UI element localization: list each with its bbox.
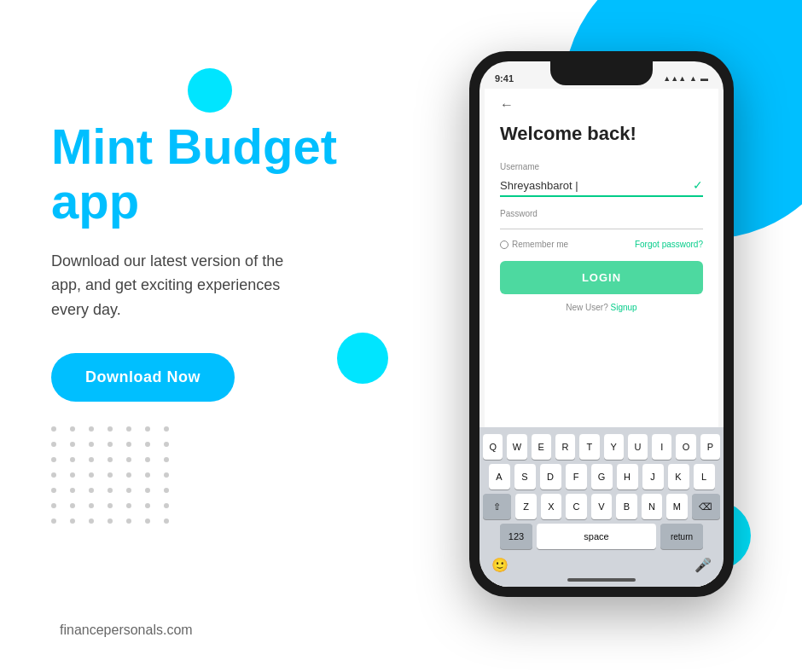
dot xyxy=(145,488,150,493)
keyboard-row-4: 123 space return xyxy=(483,524,720,549)
key-r[interactable]: R xyxy=(555,434,575,460)
download-now-button[interactable]: Download Now xyxy=(51,353,235,402)
dot xyxy=(164,518,169,524)
key-w[interactable]: W xyxy=(507,434,526,460)
forgot-password-link[interactable]: Forgot password? xyxy=(635,240,703,249)
dot xyxy=(51,488,56,493)
key-t[interactable]: T xyxy=(579,434,599,460)
key-e[interactable]: E xyxy=(532,434,551,460)
app-title: Mint Budget app xyxy=(51,119,375,229)
dot-row xyxy=(51,503,169,508)
dot xyxy=(51,503,56,508)
battery-icon: ▬ xyxy=(700,74,708,83)
dot xyxy=(89,442,94,447)
website-url: financepersonals.com xyxy=(60,623,193,638)
dot-row xyxy=(51,426,169,432)
dot xyxy=(108,457,113,462)
password-input[interactable] xyxy=(500,222,703,229)
left-content: Mint Budget app Download our latest vers… xyxy=(51,119,375,402)
dot xyxy=(126,518,131,524)
key-m[interactable]: M xyxy=(666,494,687,519)
key-z[interactable]: Z xyxy=(515,494,536,519)
username-label: Username xyxy=(500,162,703,171)
dot-grid xyxy=(51,426,169,534)
home-indicator xyxy=(567,578,636,582)
key-o[interactable]: O xyxy=(676,434,695,460)
key-n[interactable]: N xyxy=(642,494,662,519)
dot xyxy=(108,488,113,493)
signup-link[interactable]: Signup xyxy=(611,303,637,312)
remember-row: Remember me Forgot password? xyxy=(500,240,703,249)
dot xyxy=(164,426,169,432)
dot xyxy=(164,442,169,447)
check-icon: ✓ xyxy=(693,178,703,192)
emoji-icon[interactable]: 🙂 xyxy=(491,557,509,573)
dot xyxy=(164,472,169,478)
radio-button[interactable] xyxy=(500,240,509,249)
dot xyxy=(108,472,113,478)
phone-mockup: 9:41 ▲▲▲ ▲ ▬ ← Welcome back! Username Sh… xyxy=(469,51,734,597)
dot xyxy=(126,442,131,447)
key-q[interactable]: Q xyxy=(483,434,503,460)
delete-key[interactable]: ⌫ xyxy=(692,494,720,519)
dot-row xyxy=(51,518,169,524)
dot xyxy=(70,426,75,432)
dot xyxy=(89,426,94,432)
dot xyxy=(51,457,56,462)
dot xyxy=(108,503,113,508)
key-b[interactable]: B xyxy=(616,494,636,519)
dot xyxy=(164,457,169,462)
signal-icon: ▲▲▲ xyxy=(663,74,686,83)
welcome-heading: Welcome back! xyxy=(500,123,703,145)
login-button[interactable]: LOGIN xyxy=(500,261,703,294)
dot xyxy=(145,518,150,524)
dot xyxy=(126,472,131,478)
dot xyxy=(126,426,131,432)
key-f[interactable]: F xyxy=(566,464,587,490)
key-x[interactable]: X xyxy=(541,494,561,519)
key-u[interactable]: U xyxy=(628,434,648,460)
dot xyxy=(145,503,150,508)
key-v[interactable]: V xyxy=(591,494,612,519)
key-s[interactable]: S xyxy=(514,464,536,490)
dot xyxy=(89,472,94,478)
key-d[interactable]: D xyxy=(540,464,561,490)
phone-outer: 9:41 ▲▲▲ ▲ ▬ ← Welcome back! Username Sh… xyxy=(469,51,734,597)
key-p[interactable]: P xyxy=(700,434,720,460)
dot xyxy=(126,503,131,508)
dot xyxy=(70,472,75,478)
signup-row: New User? Signup xyxy=(500,303,703,312)
dot xyxy=(126,457,131,462)
key-h[interactable]: H xyxy=(617,464,638,490)
key-k[interactable]: K xyxy=(668,464,689,490)
dot xyxy=(51,426,56,432)
key-c[interactable]: C xyxy=(566,494,586,519)
dot xyxy=(51,518,56,524)
dot xyxy=(145,442,150,447)
dot-row xyxy=(51,488,169,493)
dot xyxy=(70,442,75,447)
key-i[interactable]: I xyxy=(652,434,671,460)
shift-key[interactable]: ⇧ xyxy=(483,494,511,519)
numbers-key[interactable]: 123 xyxy=(500,524,532,549)
back-arrow-icon[interactable]: ← xyxy=(500,97,703,113)
username-input[interactable]: Shreyashbarot | ✓ xyxy=(500,175,703,197)
key-a[interactable]: A xyxy=(489,464,510,490)
phone-notch xyxy=(550,61,653,85)
dot-row xyxy=(51,472,169,478)
dot xyxy=(126,488,131,493)
dot xyxy=(145,472,150,478)
space-key[interactable]: space xyxy=(537,524,656,549)
dot xyxy=(89,503,94,508)
microphone-icon[interactable]: 🎤 xyxy=(694,557,712,573)
dot xyxy=(70,518,75,524)
dot xyxy=(89,518,94,524)
dot xyxy=(108,426,113,432)
key-l[interactable]: L xyxy=(694,464,715,490)
key-g[interactable]: G xyxy=(591,464,613,490)
key-y[interactable]: Y xyxy=(604,434,624,460)
return-key[interactable]: return xyxy=(660,524,703,549)
dot xyxy=(108,442,113,447)
dot xyxy=(89,457,94,462)
key-j[interactable]: J xyxy=(642,464,664,490)
